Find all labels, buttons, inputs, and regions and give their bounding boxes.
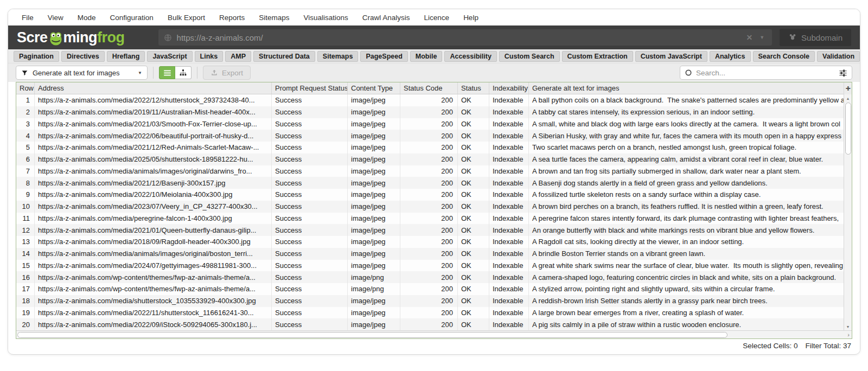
cell-alt-text[interactable]: A Basenji dog stands alertly in a field … bbox=[529, 177, 844, 189]
vertical-scroll-thumb[interactable] bbox=[845, 103, 851, 155]
cell-status[interactable]: OK bbox=[458, 295, 489, 307]
menu-item-configuration[interactable]: Configuration bbox=[103, 14, 161, 22]
cell-row[interactable]: 8 bbox=[16, 177, 35, 189]
cell-status-code[interactable]: 200 bbox=[400, 248, 458, 260]
tab-validation[interactable]: Validation bbox=[817, 51, 860, 62]
cell-address[interactable]: https://a-z-animals.com/media/2022/10/Me… bbox=[35, 189, 272, 201]
cell-alt-text[interactable]: A small, white and black dog with large … bbox=[529, 118, 844, 130]
cell-row[interactable]: 5 bbox=[16, 142, 35, 153]
table-row[interactable]: 12https://a-z-animals.com/media/2021/01/… bbox=[16, 224, 844, 236]
cell-row[interactable]: 16 bbox=[16, 271, 35, 283]
cell-alt-text[interactable]: A sea turtle faces the camera, appearing… bbox=[529, 153, 844, 165]
cell-content-type[interactable]: image/jpeg bbox=[348, 142, 400, 153]
cell-status-code[interactable]: 200 bbox=[400, 224, 458, 236]
tab-pagespeed[interactable]: PageSpeed bbox=[360, 51, 407, 62]
cell-row[interactable]: 6 bbox=[16, 153, 35, 165]
cell-address[interactable]: https://a-z-animals.com/media/2022/11/sh… bbox=[35, 307, 272, 319]
tab-links[interactable]: Links bbox=[195, 51, 224, 62]
column-header-address[interactable]: Address bbox=[35, 82, 272, 94]
cell-status[interactable]: OK bbox=[458, 283, 489, 295]
cell-status-code[interactable]: 200 bbox=[400, 153, 458, 165]
cell-status-code[interactable]: 200 bbox=[400, 236, 458, 248]
menu-item-mode[interactable]: Mode bbox=[71, 14, 103, 22]
cell-prompt-status[interactable]: Success bbox=[272, 271, 348, 283]
cell-status[interactable]: OK bbox=[458, 260, 489, 272]
horizontal-scrollbar[interactable]: › bbox=[16, 330, 852, 338]
cell-status[interactable]: OK bbox=[458, 213, 489, 225]
cell-row[interactable]: 2 bbox=[16, 106, 35, 118]
cell-status[interactable]: OK bbox=[458, 165, 489, 177]
cell-address[interactable]: https://a-z-animals.com/media/2021/03/Sm… bbox=[35, 118, 272, 130]
cell-address[interactable]: https://a-z-animals.com/media/2024/07/ge… bbox=[35, 260, 272, 272]
menu-item-view[interactable]: View bbox=[41, 14, 71, 22]
menu-item-bulk-export[interactable]: Bulk Export bbox=[161, 14, 212, 22]
cell-address[interactable]: https://a-z-animals.com/media/2022/12/sh… bbox=[35, 94, 272, 106]
cell-content-type[interactable]: image/jpeg bbox=[348, 295, 400, 307]
table-row[interactable]: 14https://a-z-animals.com/media/animals/… bbox=[16, 248, 844, 260]
cell-alt-text[interactable]: A camera-shaped logo, featuring concentr… bbox=[529, 271, 844, 283]
cell-status-code[interactable]: 200 bbox=[400, 260, 458, 272]
cell-alt-text[interactable]: A ball python coils on a black backgroun… bbox=[529, 94, 844, 106]
tab-hreflang[interactable]: Hreflang bbox=[107, 51, 145, 62]
cell-status-code[interactable]: 200 bbox=[400, 295, 458, 307]
cell-status-code[interactable]: 200 bbox=[400, 201, 458, 213]
cell-prompt-status[interactable]: Success bbox=[272, 283, 348, 295]
tab-custom-extraction[interactable]: Custom Extraction bbox=[562, 51, 633, 62]
cell-prompt-status[interactable]: Success bbox=[272, 130, 348, 142]
tab-structured-data[interactable]: Structured Data bbox=[253, 51, 315, 62]
cell-alt-text[interactable]: A fossilized turtle skeleton rests on a … bbox=[529, 189, 844, 201]
horizontal-scroll-thumb[interactable] bbox=[17, 332, 727, 338]
tab-custom-javascript[interactable]: Custom JavaScript bbox=[635, 51, 707, 62]
tab-accessibility[interactable]: Accessibility bbox=[444, 51, 496, 62]
cell-indexability[interactable]: Indexable bbox=[489, 177, 529, 189]
cell-indexability[interactable]: Indexable bbox=[489, 130, 529, 142]
cell-prompt-status[interactable]: Success bbox=[272, 236, 348, 248]
cell-row[interactable]: 20 bbox=[16, 318, 35, 330]
cell-status-code[interactable]: 200 bbox=[400, 271, 458, 283]
cell-status[interactable]: OK bbox=[458, 106, 489, 118]
cell-content-type[interactable]: image/jpeg bbox=[348, 189, 400, 201]
cell-indexability[interactable]: Indexable bbox=[489, 213, 529, 225]
cell-indexability[interactable]: Indexable bbox=[489, 94, 529, 106]
cell-row[interactable]: 13 bbox=[16, 236, 35, 248]
cell-prompt-status[interactable]: Success bbox=[272, 118, 348, 130]
cell-status[interactable]: OK bbox=[458, 318, 489, 330]
cell-prompt-status[interactable]: Success bbox=[272, 260, 348, 272]
cell-address[interactable]: https://a-z-animals.com/media/2018/09/Ra… bbox=[35, 236, 272, 248]
cell-row[interactable]: 15 bbox=[16, 260, 35, 272]
cell-indexability[interactable]: Indexable bbox=[489, 153, 529, 165]
column-header-generate-alt-text-for-images[interactable]: Generate alt text for images bbox=[529, 82, 844, 94]
tab-sitemaps[interactable]: Sitemaps bbox=[317, 51, 359, 62]
vertical-scrollbar[interactable]: ▲ ▼ bbox=[844, 94, 852, 330]
table-row[interactable]: 8https://a-z-animals.com/media/2021/12/B… bbox=[16, 177, 844, 189]
cell-prompt-status[interactable]: Success bbox=[272, 295, 348, 307]
export-button[interactable]: Export bbox=[203, 66, 251, 80]
scroll-up-icon[interactable]: ▲ bbox=[844, 94, 852, 102]
cell-prompt-status[interactable]: Success bbox=[272, 189, 348, 201]
cell-content-type[interactable]: image/jpeg bbox=[348, 318, 400, 330]
search-options-sliders-icon[interactable] bbox=[839, 69, 847, 76]
url-input[interactable] bbox=[177, 33, 739, 42]
tab-search-console[interactable]: Search Console bbox=[753, 51, 815, 62]
cell-status[interactable]: OK bbox=[458, 142, 489, 153]
column-header-prompt-request-status[interactable]: Prompt Request Status bbox=[272, 82, 348, 94]
cell-row[interactable]: 14 bbox=[16, 248, 35, 260]
cell-indexability[interactable]: Indexable bbox=[489, 283, 529, 295]
list-view-button[interactable] bbox=[159, 66, 175, 79]
cell-status[interactable]: OK bbox=[458, 236, 489, 248]
cell-address[interactable]: https://a-z-animals.com/media/2019/11/Au… bbox=[35, 106, 272, 118]
cell-indexability[interactable]: Indexable bbox=[489, 189, 529, 201]
cell-indexability[interactable]: Indexable bbox=[489, 236, 529, 248]
cell-address[interactable]: https://a-z-animals.com/media/2021/12/Re… bbox=[35, 142, 272, 153]
cell-status[interactable]: OK bbox=[458, 130, 489, 142]
menu-item-reports[interactable]: Reports bbox=[212, 14, 252, 22]
cell-alt-text[interactable]: A Siberian Husky, with gray and white fu… bbox=[529, 130, 844, 142]
cell-status[interactable]: OK bbox=[458, 177, 489, 189]
cell-indexability[interactable]: Indexable bbox=[489, 142, 529, 153]
cell-row[interactable]: 7 bbox=[16, 165, 35, 177]
cell-indexability[interactable]: Indexable bbox=[489, 106, 529, 118]
cell-alt-text[interactable]: A Ragdoll cat sits, looking directly at … bbox=[529, 236, 844, 248]
menu-item-help[interactable]: Help bbox=[456, 14, 486, 22]
table-row[interactable]: 17https://a-z-animals.com/wp-content/the… bbox=[16, 283, 844, 295]
cell-row[interactable]: 18 bbox=[16, 295, 35, 307]
